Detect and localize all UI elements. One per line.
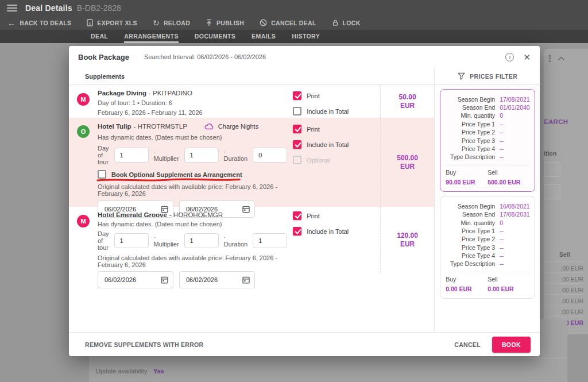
remove-supplements-with-error-button[interactable]: REMOVE SUPPLEMENTS WITH ERROR: [85, 341, 203, 348]
price-card-selected[interactable]: Season Begin17/08/2021 Season End01/01/2…: [440, 89, 535, 192]
include-in-total-checkbox[interactable]: [293, 107, 301, 115]
print-checkbox[interactable]: [293, 211, 301, 220]
day-of-tour-input[interactable]: [114, 233, 149, 248]
update-availability-value: Yes: [153, 368, 164, 375]
supplement-row-hotel-emerald-groove: M Hotel Emerald Groove - HOROHOEMGR Has …: [69, 207, 434, 273]
date-to-field[interactable]: [179, 271, 255, 288]
prices-pane: PRICES FILTER Season Begin17/08/2021 Sea…: [435, 68, 540, 332]
background-sell-value: .00 EUR: [544, 283, 583, 294]
book-package-dialog: Book Package Searched Interval: 06/02/20…: [69, 46, 540, 356]
cancel-button[interactable]: CANCEL: [454, 341, 481, 348]
supplement-name: Hotel Tulip: [98, 123, 131, 130]
supplement-price: 50.00 EUR: [380, 85, 434, 118]
supplement-dates: February 6, 2026 - February 11, 2026: [98, 109, 287, 116]
cancel-deal-icon: [260, 19, 267, 26]
cancel-deal-button[interactable]: CANCEL DEAL: [260, 19, 316, 26]
dynamic-dates-note: Has dynamic dates. (Dates must be chosen…: [98, 134, 287, 141]
publish-icon: [206, 19, 212, 26]
page-title: Deal Details: [25, 3, 72, 13]
lock-icon: [332, 19, 339, 26]
supplements-pane: Supplements M Package Diving - PKITPADIN…: [69, 68, 435, 332]
multiplier-input[interactable]: [184, 148, 219, 163]
background-sell-value: .00 EUR: [544, 261, 583, 272]
deal-tabs: DEAL ARRANGEMENTS DOCUMENTS EMAILS HISTO…: [0, 30, 588, 43]
app-bar: Deal Details B-DB2-2828: [0, 0, 588, 16]
back-to-deals-button[interactable]: ← BACK TO DEALS: [7, 20, 71, 26]
divider: [89, 358, 567, 358]
chevron-up-icon[interactable]: [558, 56, 565, 61]
duration-input[interactable]: [253, 233, 287, 248]
buy-price: 0.00 EUR: [446, 285, 488, 292]
dynamic-dates-note: Has dynamic dates. (Dates must be chosen…: [98, 221, 287, 227]
reload-icon: ↻: [153, 20, 160, 26]
supplement-code: - HTROTRMSTLP: [134, 123, 187, 130]
lock-button[interactable]: LOCK: [332, 19, 361, 26]
supplements-header: Supplements: [69, 68, 434, 85]
original-dates-note: Original calculated dates with available…: [98, 183, 287, 197]
tab-arrangements[interactable]: ARRANGEMENTS: [124, 30, 179, 43]
optional-badge: O: [77, 125, 90, 138]
searched-interval: Searched Interval: 06/02/2026 - 06/02/20…: [144, 53, 266, 60]
publish-button[interactable]: PUBLISH: [206, 19, 244, 26]
supplement-row-hotel-tulip: O Hotel Tulip - HTROTRMSTLP Charge Night…: [69, 118, 434, 207]
date-from-field[interactable]: [98, 271, 173, 288]
include-in-total-checkbox[interactable]: [293, 140, 301, 149]
dialog-header: Book Package Searched Interval: 06/02/20…: [69, 46, 540, 68]
background-search-button[interactable]: EARCH: [544, 118, 568, 125]
dialog-title: Book Package: [78, 53, 129, 61]
price-card[interactable]: Season Begin16/08/2021 Season End17/08/2…: [440, 196, 535, 299]
print-checkbox[interactable]: [293, 125, 301, 133]
dialog-footer: REMOVE SUPPLEMENTS WITH ERROR CANCEL BOO…: [69, 332, 540, 356]
update-availability-label: Update availability: [96, 368, 147, 375]
export-xls-button[interactable]: x EXPORT XLS: [87, 19, 137, 26]
optional-checkbox: [293, 156, 301, 164]
info-icon[interactable]: i: [505, 53, 514, 61]
day-of-tour-input[interactable]: [114, 148, 149, 163]
supplement-name: Hotel Emerald Groove: [98, 211, 167, 218]
export-xls-icon: x: [87, 19, 93, 26]
tab-documents[interactable]: DOCUMENTS: [195, 30, 235, 43]
background-sell-value: .00 EUR: [544, 294, 583, 304]
supplement-code: - PKITPADINO: [149, 90, 192, 97]
multiplier-input[interactable]: [184, 233, 219, 248]
background-sell-value: .00 EUR: [544, 272, 583, 283]
include-in-total-checkbox[interactable]: [293, 227, 301, 236]
date-to-input[interactable]: [186, 276, 239, 283]
date-from-input[interactable]: [105, 276, 157, 283]
supplement-details: Day of tour: 1 • Duration: 6: [98, 99, 287, 106]
prices-filter-button[interactable]: PRICES FILTER: [435, 68, 540, 85]
background-column-header: ition: [544, 150, 556, 157]
duration-input[interactable]: [253, 148, 287, 163]
reload-button[interactable]: ↻ RELOAD: [153, 20, 190, 26]
red-annotation-underline: [96, 178, 287, 183]
book-button[interactable]: BOOK: [492, 337, 531, 353]
kebab-menu-icon[interactable]: ⋮: [546, 53, 554, 64]
background-input[interactable]: [544, 162, 560, 177]
sell-price: 500.00 EUR: [488, 179, 529, 186]
buy-price: 90.00 EUR: [446, 179, 488, 186]
deal-toolbar: ← BACK TO DEALS x EXPORT XLS ↻ RELOAD PU…: [0, 16, 588, 30]
supplement-row-package-diving: M Package Diving - PKITPADINO Day of tou…: [69, 85, 434, 118]
close-icon[interactable]: ✕: [523, 53, 531, 61]
cloud-night-icon: [204, 123, 214, 130]
background-sell-header: Sell: [559, 251, 570, 258]
calendar-icon[interactable]: [242, 276, 250, 284]
divider: [446, 272, 529, 272]
calendar-icon[interactable]: [161, 276, 168, 284]
sell-price: 0.00 EUR: [488, 285, 529, 292]
tab-emails[interactable]: EMAILS: [252, 30, 276, 43]
print-checkbox[interactable]: [293, 91, 301, 100]
deal-id: B-DB2-2828: [77, 3, 121, 13]
original-dates-note: Original calculated dates with available…: [98, 254, 287, 268]
mandatory-badge: M: [77, 215, 90, 227]
tab-history[interactable]: HISTORY: [292, 30, 320, 43]
background-input[interactable]: [544, 184, 560, 199]
book-optional-as-arrangement-checkbox[interactable]: [98, 170, 106, 179]
tab-deal[interactable]: DEAL: [91, 30, 108, 43]
menu-icon[interactable]: [7, 5, 17, 11]
supplement-name: Package Diving: [98, 90, 146, 97]
mandatory-badge: M: [77, 93, 90, 106]
background-search-panel: ⋮ EARCH ition Sell .00 EUR .00 EUR .00 E…: [544, 49, 588, 334]
divider: [446, 165, 529, 165]
charge-nights-button[interactable]: Charge Nights: [204, 123, 258, 130]
